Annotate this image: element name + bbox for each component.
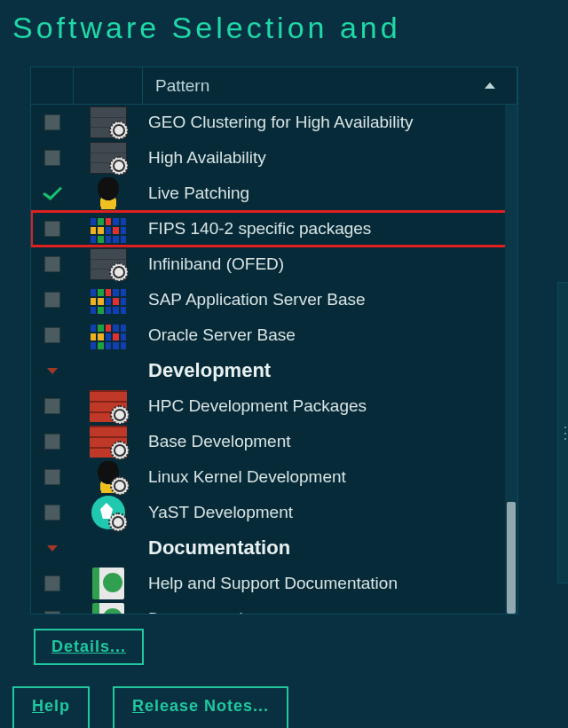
checkbox-cell[interactable] [31,292,74,308]
icon-cell [74,248,143,280]
label-cell: YaST Development [143,503,517,522]
checkbox-cell[interactable] [31,505,74,521]
checkbox-cell[interactable] [31,150,74,166]
server-icon [90,142,127,174]
gear-icon [109,513,127,531]
pattern-checkbox[interactable] [44,292,60,308]
circle-icon [91,496,125,529]
pattern-label: SAP Application Server Base [148,290,366,309]
pattern-checkbox[interactable] [44,221,60,237]
checkbox-cell[interactable] [31,611,74,614]
pattern-checkbox[interactable] [44,150,60,166]
icon-cell [74,177,143,209]
gear-icon [110,121,128,139]
label-cell: GEO Clustering for High Availability [143,113,517,132]
bottom-bar: Help Release Notes... [12,686,288,728]
pattern-label: High Availability [148,148,266,168]
pattern-checkbox[interactable] [44,611,60,614]
pattern-row[interactable]: FIPS 140-2 specific packages [31,211,517,247]
checkbox-cell[interactable] [31,256,74,272]
checkbox-cell[interactable] [31,327,74,343]
gear-icon [111,477,129,495]
pattern-checkbox[interactable] [44,114,60,130]
page-title: Software Selection and [0,0,568,45]
label-cell: HPC Development Packages [143,396,517,416]
label-cell: Help and Support Documentation [143,574,517,593]
section-label: Development [148,359,271,382]
checkbox-cell[interactable] [31,368,74,374]
checkbox-cell[interactable] [31,114,74,130]
collapse-caret-icon [47,545,58,552]
pattern-row[interactable]: Base Development [31,424,517,459]
pattern-checkbox[interactable] [44,434,60,450]
pattern-list[interactable]: GEO Clustering for High AvailabilityHigh… [31,105,517,614]
help-button[interactable]: Help [12,686,90,728]
section-header[interactable]: Documentation [31,530,517,566]
pattern-row[interactable]: High Availability [31,140,517,176]
checkbox-cell[interactable] [31,434,74,450]
checkbox-cell[interactable] [31,575,74,591]
header-pattern-col[interactable]: Pattern [143,67,517,104]
label-cell: Documentation [143,536,517,560]
checkbox-cell[interactable] [31,398,74,414]
header-checkbox-col[interactable] [31,67,74,104]
pattern-label: FIPS 140-2 specific packages [148,219,371,239]
icon-cell [74,568,143,599]
icon-cell [74,461,143,493]
pattern-row[interactable]: GEO Clustering for High Availability [31,105,517,140]
help-rest: elp [44,697,70,715]
gear-icon [111,442,129,459]
sort-caret-icon [485,82,495,89]
pattern-checkbox[interactable] [44,327,60,343]
help-mnemonic: H [32,697,44,715]
pattern-label: YaST Development [148,503,293,522]
pattern-row[interactable]: Help and Support Documentation [31,566,517,601]
details-button-label: Details... [51,638,126,655]
gear-icon [110,263,128,281]
icon-cell [74,215,143,243]
pattern-label: Help and Support Documentation [148,574,398,593]
label-cell: High Availability [143,148,517,168]
pattern-checkbox[interactable] [44,398,60,414]
gear-icon [111,406,129,424]
tux-icon [90,177,127,209]
pattern-checkbox[interactable] [44,575,60,591]
server-icon [90,248,127,280]
pattern-row[interactable]: Infiniband (OFED) [31,247,517,282]
details-button[interactable]: Details... [34,629,144,665]
drag-handle-icon[interactable]: ⋮ [557,430,569,435]
label-cell: Documentation [143,609,517,614]
pattern-checkbox[interactable] [44,256,60,272]
pattern-label: Infiniband (OFED) [148,254,284,274]
pattern-row[interactable]: SAP Application Server Base [31,282,517,317]
icon-cell [74,321,143,349]
pattern-row[interactable]: Linux Kernel Development [31,459,517,495]
pattern-row[interactable]: Documentation [31,601,517,614]
label-cell: Linux Kernel Development [143,467,517,487]
checkbox-cell[interactable] [31,469,74,485]
pixels-icon [91,289,126,314]
section-header[interactable]: Development [31,353,517,388]
book-icon [92,568,124,599]
pattern-checkbox[interactable] [44,505,60,521]
pattern-row[interactable]: YaST Development [31,495,517,530]
label-cell: SAP Application Server Base [143,290,517,309]
icon-cell [74,603,143,614]
release-notes-button[interactable]: Release Notes... [113,686,288,728]
pattern-label: Live Patching [148,184,249,203]
pattern-checkbox[interactable] [43,185,62,201]
gear-icon [110,157,128,175]
checkbox-cell[interactable] [31,185,74,201]
pattern-row[interactable]: Oracle Server Base [31,317,517,353]
scroll-thumb[interactable] [507,502,516,614]
scrollbar[interactable] [505,105,517,614]
checkbox-cell[interactable] [31,221,74,237]
pattern-checkbox[interactable] [44,469,60,485]
checkbox-cell[interactable] [31,545,74,552]
release-mnemonic: R [132,697,145,715]
header-icon-col[interactable] [74,67,143,104]
table-header: Pattern [31,67,517,105]
pattern-label: Documentation [148,609,262,614]
pattern-row[interactable]: HPC Development Packages [31,388,517,424]
pattern-row[interactable]: Live Patching [31,176,517,211]
